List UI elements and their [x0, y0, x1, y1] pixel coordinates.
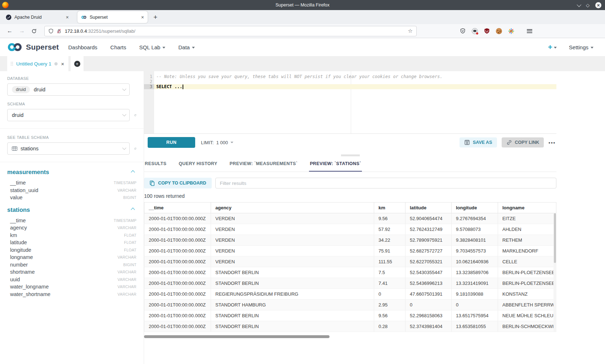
ublock-origin-icon[interactable]	[484, 28, 490, 34]
chevron-down-icon	[192, 47, 195, 49]
table-cell: 7.5	[374, 267, 405, 278]
table-cell: 2000-01-01T00:00:00.000Z	[144, 246, 211, 256]
sql-editor[interactable]: 1 2 3 -- Note: Unless you save your quer…	[144, 71, 556, 134]
menu-icon[interactable]	[527, 29, 532, 33]
table-cell: MARKLENDORF	[498, 246, 556, 256]
table-cell: 52.9040654474	[405, 213, 452, 224]
nav-charts[interactable]: Charts	[110, 44, 126, 50]
url-path: :32251/superset/sqllab/	[87, 28, 135, 34]
vertical-scrollbar[interactable]	[554, 213, 556, 332]
copy-to-clipboard-button[interactable]: COPY TO CLIPBOARD	[144, 178, 212, 188]
horizontal-scrollbar[interactable]	[144, 335, 556, 339]
schema-table-stations: stations__timeTIMESTAMPagencyVARCHARkmFL…	[7, 206, 136, 298]
forward-icon[interactable]: →	[19, 28, 25, 34]
database-select[interactable]: druid druid	[7, 83, 130, 96]
tab-query-history[interactable]: QUERY HISTORY	[178, 158, 218, 172]
new-item-button[interactable]: +	[548, 43, 557, 51]
chevron-up-icon[interactable]	[131, 208, 135, 211]
copy-link-button[interactable]: COPY LINK	[502, 137, 544, 147]
browser-toolbar: ← → 172.18.0.4:32251/superset/sqllab/ ☆	[0, 24, 605, 38]
browser-tab-superset[interactable]: Superset ×	[77, 11, 148, 23]
sqllab-sidebar: DATABASE druid druid SCHEMA druid SEE TA…	[0, 71, 144, 364]
extension-mask-icon[interactable]	[472, 28, 478, 34]
window-minimize-icon[interactable]	[577, 2, 582, 7]
column-type: VARCHAR	[117, 188, 136, 192]
new-browser-tab-button[interactable]: +	[153, 13, 157, 21]
tab-preview-measurements[interactable]: PREVIEW: `MEASUREMENTS`	[229, 158, 299, 172]
refresh-schemas-icon[interactable]	[134, 112, 136, 118]
results-table-wrap: __timeagencykmlatitudelongitudelongname …	[144, 202, 556, 332]
back-icon[interactable]: ←	[7, 28, 13, 34]
table-select[interactable]: stations	[7, 142, 130, 155]
filter-results-input[interactable]	[215, 178, 556, 188]
nav-dashboards[interactable]: Dashboards	[68, 44, 97, 50]
superset-logo[interactable]: Superset	[6, 42, 59, 52]
link-icon	[506, 140, 512, 145]
table-row: 2000-01-01T00:00:00.000ZSTANDORT BERLIN9…	[144, 310, 556, 321]
bookmark-star-icon[interactable]: ☆	[408, 28, 413, 34]
results-column-header[interactable]: km	[374, 203, 405, 213]
tab-preview-stations[interactable]: PREVIEW: `STATIONS`	[309, 158, 362, 172]
table-row: 2000-01-01T00:00:00.000ZVERDEN57.9252.76…	[144, 224, 556, 235]
save-as-button[interactable]: SAVE AS	[460, 137, 497, 147]
window-close-icon[interactable]: ×	[595, 2, 601, 8]
database-label: DATABASE	[7, 76, 136, 81]
schema-table-measurements: measurements__timeTIMESTAMPstation_uuidV…	[7, 169, 136, 201]
settings-menu[interactable]: Settings	[569, 44, 593, 50]
extension-shield-icon[interactable]	[460, 28, 466, 34]
results-column-header[interactable]: agency	[211, 203, 374, 213]
column-type: VARCHAR	[117, 285, 136, 289]
more-options-button[interactable]: •••	[548, 140, 556, 145]
tab-close-icon[interactable]: ×	[141, 14, 144, 20]
reload-icon[interactable]	[31, 28, 37, 34]
table-cell: EITZE	[498, 213, 556, 224]
table-cell: STANDORT BERLIN	[211, 278, 374, 289]
limit-dropdown[interactable]: LIMIT: 1 000	[201, 140, 233, 145]
results-column-header[interactable]: longname	[498, 203, 556, 213]
pinwheel-icon[interactable]	[508, 28, 514, 34]
query-tab-close-icon[interactable]: ×	[61, 61, 64, 67]
cookie-icon[interactable]	[496, 28, 502, 34]
query-tab-untitled[interactable]: Untitled Query 1 ×	[7, 56, 68, 71]
chevron-up-icon[interactable]	[131, 170, 135, 174]
schema-table-header[interactable]: stations	[7, 206, 136, 213]
table-cell: 0	[452, 300, 498, 310]
sql-active-line: SELECT ...	[154, 84, 556, 89]
editor-gutter: 1 2 3	[144, 71, 154, 133]
column-name: __time	[10, 180, 26, 186]
schema-table-header[interactable]: measurements	[7, 169, 136, 176]
window-maximize-icon[interactable]: ◇	[586, 3, 590, 8]
chevron-down-icon	[230, 142, 233, 143]
table-schema-label: SEE TABLE SCHEMA	[7, 135, 136, 140]
editor-code-area[interactable]: -- Note: Unless you save your query, the…	[154, 71, 556, 133]
chevron-down-icon	[554, 47, 557, 49]
browser-tab-apache-druid[interactable]: Apache Druid ×	[2, 11, 72, 23]
nav-sql-lab[interactable]: SQL Lab	[139, 44, 166, 50]
table-cell: 2000-01-01T00:00:00.000Z	[144, 300, 211, 310]
results-column-header[interactable]: longitude	[452, 203, 498, 213]
drag-handle-icon[interactable]	[11, 62, 13, 66]
run-button[interactable]: RUN	[148, 137, 195, 148]
nav-data[interactable]: Data	[178, 44, 195, 50]
table-cell: 0	[405, 300, 452, 310]
refresh-tables-icon[interactable]	[134, 146, 136, 152]
tracking-shield-icon[interactable]	[48, 28, 54, 34]
url-bar[interactable]: 172.18.0.4:32251/superset/sqllab/ ☆	[44, 26, 417, 36]
chevron-down-icon	[122, 112, 126, 116]
query-tab-title: Untitled Query 1	[16, 61, 51, 67]
schema-select[interactable]: druid	[7, 109, 130, 121]
insecure-lock-icon[interactable]	[57, 28, 62, 34]
editor-toolbar: RUN LIMIT: 1 000 SAVE AS COPY LINK •••	[144, 134, 556, 153]
table-cell: 9.3828408101	[452, 235, 498, 246]
tab-results[interactable]: RESULTS	[144, 158, 167, 172]
column-type: VARCHAR	[117, 255, 136, 259]
new-query-tab-button[interactable]: +	[71, 56, 84, 71]
table-cell: VERDEN	[211, 224, 374, 235]
tab-close-icon[interactable]: ×	[66, 14, 69, 20]
column-type: FLOAT	[124, 240, 136, 245]
results-column-header[interactable]: latitude	[405, 203, 452, 213]
schema-column-row: shortnameVARCHAR	[7, 268, 136, 276]
pane-splitter[interactable]	[144, 153, 556, 157]
superset-navbar: Superset Dashboards Charts SQL Lab Data …	[0, 38, 605, 56]
results-column-header[interactable]: __time	[144, 203, 211, 213]
